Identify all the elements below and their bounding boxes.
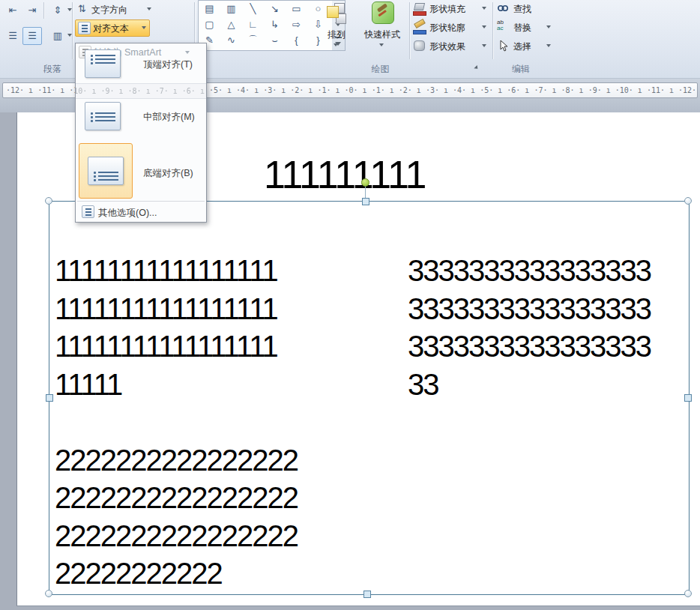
text-direction-label: 文字方向	[91, 4, 127, 16]
select-icon	[497, 40, 509, 52]
quick-styles-icon	[372, 1, 394, 24]
resize-handle-bottom-middle[interactable]	[363, 591, 371, 598]
bottom-align-label: 底端对齐(B)	[143, 167, 193, 180]
shape-outline-button[interactable]: 形状轮廓	[413, 19, 491, 36]
arrange-button[interactable]: 排列	[319, 0, 354, 60]
resize-handle-top-right[interactable]	[684, 197, 692, 205]
shape-effects-icon	[414, 40, 425, 51]
resize-handle-bottom-right[interactable]	[684, 590, 692, 597]
increase-indent-button[interactable]: ⇥	[22, 1, 42, 19]
select-button[interactable]: 选择	[497, 38, 557, 55]
top-align-icon	[85, 49, 121, 78]
group-separator	[72, 2, 73, 59]
decrease-indent-button[interactable]: ⇤	[3, 1, 22, 19]
middle-align-icon	[85, 102, 121, 130]
more-options-icon	[82, 205, 94, 218]
ruler-ghost-numbers: ·12· ı ·11· ı ·10· ı ·9· ı ·8· ı ·7· ı ·…	[76, 84, 206, 98]
find-icon	[497, 2, 509, 14]
powerpoint-window: ⇤ ⇥ ⇕ ☰ ☰ ▥ 段落 ⇅ 文字方向 对齐文本 ▤▥╲↘▭○▢△∟↳⇨⇩✎…	[0, 0, 700, 610]
chevron-down-icon	[546, 25, 551, 31]
shape-fill-button[interactable]: 形状填充	[413, 1, 491, 17]
more-options-label: 其他选项(O)...	[98, 207, 157, 220]
chevron-down-icon	[482, 44, 486, 49]
group-separator	[492, 2, 493, 59]
shape-icon[interactable]: ⇨	[286, 16, 307, 32]
chevron-down-icon	[482, 7, 486, 12]
select-label: 选择	[513, 40, 531, 53]
ruler-ghost-band: ·12· ı ·11· ı ·10· ı ·9· ı ·8· ı ·7· ı ·…	[76, 83, 206, 99]
shape-outline-icon	[413, 21, 426, 33]
resize-handle-middle-right[interactable]	[684, 394, 692, 402]
shape-icon[interactable]: ▤	[199, 1, 220, 16]
arrange-label: 排列	[319, 28, 354, 41]
shape-icon[interactable]: ∟	[242, 16, 264, 32]
chevron-down-icon	[334, 43, 338, 49]
line-spacing-button[interactable]: ⇕	[48, 1, 67, 19]
chevron-down-icon	[546, 44, 551, 49]
distribute-text-button[interactable]: ☰	[22, 27, 42, 45]
top-align-label: 顶端对齐(T)	[143, 58, 193, 71]
shape-icon[interactable]: ↘	[264, 1, 286, 16]
shape-icon[interactable]: ▥	[220, 1, 242, 16]
align-text-icon	[78, 22, 91, 34]
editing-group-label: 编辑	[487, 63, 555, 76]
menu-item-top-align[interactable]: 顶端对齐(T)	[76, 46, 206, 81]
chevron-down-icon	[482, 25, 486, 31]
slide-title-text[interactable]: 111111111	[264, 153, 426, 196]
shape-icon[interactable]: △	[220, 16, 242, 32]
shape-icon[interactable]: ⌒	[242, 32, 264, 48]
shape-icon[interactable]: ∿	[220, 32, 242, 48]
shape-effects-button[interactable]: 形状效果	[413, 38, 491, 55]
menu-item-more-options[interactable]: 其他选项(O)...	[76, 202, 206, 221]
drawing-group-label: 绘图	[315, 63, 446, 76]
resize-handle-middle-left[interactable]	[46, 394, 53, 402]
menu-item-bottom-align[interactable]: 底端对齐(B)	[76, 148, 206, 193]
shape-effects-label: 形状效果	[429, 40, 465, 53]
replace-button[interactable]: ab ac 替换	[497, 19, 557, 36]
shape-fill-label: 形状填充	[429, 3, 465, 16]
middle-align-label: 中部对齐(M)	[143, 111, 195, 124]
selected-textbox[interactable]	[49, 201, 690, 595]
align-text-button[interactable]: 对齐文本	[75, 19, 150, 37]
bottom-align-icon	[88, 157, 124, 185]
group-separator	[409, 2, 410, 59]
resize-handle-top-middle[interactable]	[362, 198, 369, 205]
replace-icon: ab ac	[497, 19, 504, 31]
resize-handle-top-left[interactable]	[45, 197, 52, 205]
arrange-icon	[325, 1, 348, 25]
shape-icon[interactable]: ▢	[199, 16, 220, 32]
chevron-down-icon	[379, 43, 384, 49]
text-direction-button[interactable]: ⇅ 文字方向	[75, 1, 157, 16]
shape-outline-label: 形状轮廓	[429, 22, 465, 34]
shape-icon[interactable]: {	[286, 32, 307, 48]
columns-button[interactable]: ▥	[48, 27, 67, 45]
quick-styles-button[interactable]: 快速样式	[358, 0, 406, 60]
chevron-down-icon	[142, 26, 146, 31]
shape-icon[interactable]: ▭	[286, 1, 307, 16]
align-text-dropdown-menu: 转换为 SmartArt 顶端对齐(T) ·12· ı ·11· ı ·10· …	[75, 43, 207, 223]
shapes-gallery[interactable]: ▤▥╲↘▭○▢△∟↳⇨⇩✎∿⌒⌣{}	[198, 0, 333, 51]
chevron-down-icon	[147, 7, 151, 13]
justify-button[interactable]: ☰	[3, 27, 22, 45]
shape-icon[interactable]: ↳	[264, 16, 286, 32]
menu-item-middle-align[interactable]: 中部对齐(M)	[76, 100, 206, 135]
resize-handle-bottom-left[interactable]	[45, 590, 52, 597]
drawing-dialog-launcher[interactable]	[474, 65, 480, 72]
menu-separator	[77, 201, 205, 202]
find-button[interactable]: 查找	[497, 1, 557, 17]
text-direction-icon: ⇅	[78, 3, 86, 14]
shape-icon[interactable]: ⌣	[264, 32, 286, 48]
find-label: 查找	[513, 3, 531, 16]
replace-label: 替换	[513, 22, 531, 34]
quick-styles-label: 快速样式	[358, 28, 406, 41]
divider	[43, 2, 44, 19]
shape-fill-icon	[413, 2, 426, 14]
rotate-handle[interactable]	[361, 178, 369, 187]
align-text-label: 对齐文本	[93, 22, 129, 35]
shape-icon[interactable]: ╲	[242, 1, 264, 16]
